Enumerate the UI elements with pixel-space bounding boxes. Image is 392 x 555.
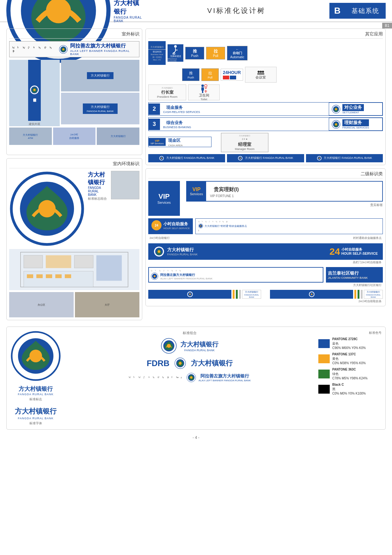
std-color-label: 标准色号 <box>318 331 382 335</box>
fdrb-row: FDRB 方大村镇银行 <box>67 358 312 369</box>
vip-fortune-sign: VIP Services 贵宾理财(I) VIP FORTUNE 1 <box>186 181 383 202</box>
toilet-cn: 卫生间 <box>199 93 209 98</box>
atm-photo-1: 方大村镇银行ATM <box>9 128 52 145</box>
vip-cash-area-sign: VIP VIP Services 现金区 CASH AREA <box>148 137 211 147</box>
president-room-cn: 行长室 <box>161 90 174 95</box>
male-icon <box>200 84 208 93</box>
toilet-sign: 卫生间 Toilet <box>188 84 220 100</box>
svg-point-52 <box>158 250 161 253</box>
svg-rect-16 <box>74 255 93 268</box>
atm-big-bank-cn: 方大村镇银行 <box>167 247 198 253</box>
vip-cash-vip-text: VIP VIP Services <box>149 138 166 146</box>
cash-services-num: 2 <box>149 103 160 115</box>
atm-big-logo-icon <box>153 246 165 257</box>
atm-big-bank-en: FANGDA RURAL BANK <box>167 253 198 256</box>
vip-fortune-cn: 贵宾理财(I) <box>210 185 242 194</box>
interior-photo-2: 大厅 <box>75 292 139 317</box>
hours-24-badge: 24HOUR <box>221 69 243 81</box>
business-banking-num: 3 <box>149 119 160 130</box>
conference-room-sign: 会议室 <box>245 67 277 83</box>
svg-point-30 <box>201 84 204 87</box>
color-item-0: PANTONE 2728C 蓝色 C96% M66% Y0% K0% <box>318 337 382 350</box>
sticker-note: 24小时自助取款条 <box>148 299 383 303</box>
svg-rect-14 <box>24 255 43 268</box>
color-item-2: PANTONE 363C 绿色 C78% M5% Y98% K24% <box>318 367 382 381</box>
bottom-font-cn: 方大村镇银行 <box>10 407 61 416</box>
right-panel: 其它应用 方大村镇银行 营业时间 Business Hour 周一至周五 Mon… <box>145 28 386 320</box>
banner-en-name: ALAX LEFT BANNER FANGDA RURAL BANK <box>70 49 137 56</box>
village-service-sign: ᠠ ᠯ ᠠ ᠺ ᠰ ᠡ ᠪ ᠡ ᠭ 方大村镇银行"村村通"助农金融服务点 I <box>195 218 383 234</box>
push-small-en: Push <box>187 76 194 79</box>
outdoor-section-title: 室外标识 <box>9 31 139 39</box>
signs-row-2: 推 Push 拉 Pull 24HOUR <box>148 67 383 83</box>
banner-logo-icon <box>59 45 68 54</box>
svg-point-58 <box>189 294 191 295</box>
wheelchair-text: 无障碍通道 <box>170 55 181 58</box>
wheelchair-en: Wheelchair Accessible <box>168 58 183 62</box>
community-left-logo-icon <box>151 272 158 280</box>
sticker-green-2 <box>358 290 359 299</box>
sticker-logo-2 <box>309 291 315 297</box>
svg-rect-17 <box>96 255 122 281</box>
std-combo-label: 标准组合 <box>67 331 312 335</box>
president-room-sign: 方大村镇银行 行长室 President Room <box>148 84 186 100</box>
auto-door-sign: ← 自动门 Automatic <box>227 46 248 60</box>
atm-big-24h-area: 24 小时自助服务 HOUR SELF-SERVICE <box>329 246 378 257</box>
indoor-bank-en: FANGDA RURAL BANK <box>88 186 108 196</box>
atm-big-self-service: 小时自助服务 HOUR SELF-SERVICE <box>341 247 378 256</box>
atm-sticker-blue-2 <box>270 290 353 299</box>
atm-big-sign: 方大村镇银行 FANGDA RURAL BANK 24 小时自助服务 HOUR … <box>148 243 383 260</box>
banner-bottom-logo-icon <box>187 373 196 382</box>
svg-rect-18 <box>24 271 93 287</box>
wheelchair-sign: 无障碍通道 Wheelchair Accessible <box>168 44 183 62</box>
vip-fortune-left: VIP Services <box>187 182 206 201</box>
bottom-font-en: FANGDA RURAL BANK <box>10 417 61 420</box>
other-apps-title: 其它应用 <box>148 31 383 39</box>
std-combo-logo-icon <box>161 338 177 354</box>
color-swatch-2 <box>318 370 330 378</box>
vip-big-text: VIP <box>158 192 169 201</box>
logo-en-text: FANGDA RURAL BANK <box>114 16 144 23</box>
svg-point-55 <box>154 275 156 277</box>
settlement-cn: 对公业务 <box>342 104 364 111</box>
financial-logo-icon <box>332 120 340 129</box>
push-small-sign: 推 Push <box>182 68 199 81</box>
pull-small-sign: 拉 Pull <box>201 68 219 81</box>
atm-photos-row: 方大村镇银行ATM 24小时自助服务 方大村镇银行 <box>9 128 139 145</box>
svg-point-73 <box>190 377 193 379</box>
hours-24-text: 24HOUR <box>223 70 241 75</box>
branch-strip-logo-2 <box>238 156 243 161</box>
president-room-en: President Room <box>157 95 178 98</box>
left-panel: 室外标识 ᠠ ᠯ ᠠ ᠺ ᠰ ᠡ ᠪ ᠡ ᠭ 阿拉善左旗方大村镇银行 ALAX … <box>6 28 142 320</box>
svg-rect-21 <box>46 274 52 278</box>
bottom-left-area: 方大村镇银行 FANGDA RURAL BANK 标准标志 方大村镇银行 FAN… <box>10 331 61 426</box>
branch-strip-1: 方大村镇银行 FANGDA RURAL BANK <box>148 154 225 162</box>
vip-fortune-services: Services <box>190 192 203 196</box>
atm-big-hours-num: 24 <box>329 246 340 257</box>
atm-24-circle: 24 <box>151 220 162 230</box>
svg-point-5 <box>63 48 64 50</box>
svg-point-11 <box>38 200 56 217</box>
color-info-3: Black C 黑 C0% M0% Y0% K100% <box>332 383 366 396</box>
svg-point-26 <box>258 71 260 73</box>
svg-point-49 <box>200 225 202 227</box>
pull-en: Pull <box>213 54 218 58</box>
pull-sign: 拉 Pull <box>206 47 225 59</box>
cash-area-en: CASH AREA <box>166 144 185 147</box>
mongolian-bottom-text: ᠠ ᠯ ᠠ ᠺ ᠰ ᠡ ᠪ ᠡ ᠭ ᠮ ᠥ ᠷ <box>129 376 184 379</box>
outdoor-banner: ᠠ ᠯ ᠠ ᠺ ᠰ ᠡ ᠪ ᠡ ᠭ 阿拉善左旗方大村镇银行 ALAX LEFT … <box>9 41 139 57</box>
village-logo-icon <box>198 223 203 228</box>
color-swatch-3 <box>318 385 330 394</box>
cash-services-sign: 2 现金服务 CASH-RELATED SERVICES 对公业务 S <box>148 102 383 116</box>
sticker-green-1 <box>236 290 238 299</box>
svg-point-28 <box>262 71 264 73</box>
branch-strip-2: 方大村镇银行 FANGDA RURAL BANK <box>227 154 304 162</box>
page-header: 方大村镇银行 FANGDA RURAL BANK VI标准化设计树 B 基础系统 <box>0 0 392 22</box>
svg-point-67 <box>167 344 171 348</box>
community-bank-right: 吉兰泰社区银行 JILANTAI COMMUNITY BANK <box>326 267 383 283</box>
svg-point-43 <box>240 158 241 159</box>
std-logo-label: 标准标志 <box>10 397 61 402</box>
color-swatch-0 <box>318 339 330 348</box>
indoor-section: 室内环境标识 方大村镇银行 FANGDA RURAL BANK 标准标志组合 <box>6 158 142 320</box>
pull-cn: 拉 <box>214 48 218 54</box>
